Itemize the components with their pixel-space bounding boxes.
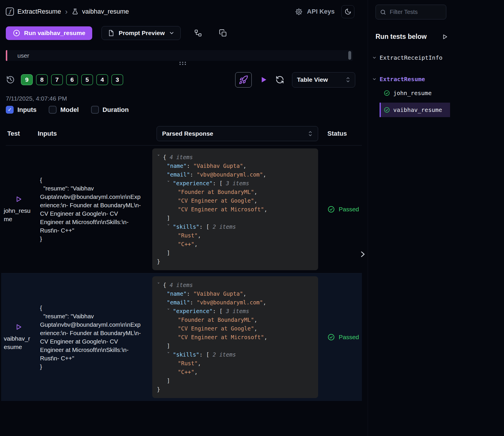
graph-view-button[interactable]: [194, 29, 202, 37]
parsed-response-block[interactable]: ˇ{ 4 items"name": "Vaibhav Gupta","email…: [152, 148, 318, 270]
api-keys-link[interactable]: API Keys: [307, 8, 335, 15]
check-circle-icon: [327, 333, 335, 341]
expand-panel-chevron[interactable]: [358, 249, 367, 260]
json-line: ]: [152, 376, 316, 385]
test-item-john_resume[interactable]: john_resume: [381, 86, 451, 100]
col-header-status: Status: [327, 130, 347, 137]
filter-input[interactable]: [390, 9, 442, 15]
check-circle-icon: [384, 90, 390, 96]
checkbox-checked-icon[interactable]: ✓: [6, 106, 14, 114]
flask-icon: [72, 8, 79, 15]
row-inputs-json: { "resume": "Vaibhav Gupta\nvbv@boundary…: [40, 304, 141, 371]
chevron-down-icon[interactable]: [372, 55, 377, 60]
json-line: ]: [152, 341, 316, 350]
history-icon[interactable]: [6, 75, 15, 84]
status-badge: Passed: [327, 206, 359, 213]
theme-toggle-button[interactable]: [341, 5, 354, 18]
app: ƒ ExtractResume › vaibhav_resume API Key…: [0, 0, 504, 436]
refresh-button[interactable]: [275, 75, 284, 84]
collapse-chevron-icon[interactable]: ˇ: [157, 281, 163, 289]
app-icon[interactable]: ƒ: [6, 8, 14, 16]
filter-checkbox-duration[interactable]: Duration: [91, 106, 129, 114]
json-line: ˇ{ 4 items: [152, 153, 316, 161]
breadcrumb: ƒ ExtractResume › vaibhav_resume: [6, 8, 129, 16]
collapse-chevron-icon[interactable]: ˇ: [157, 153, 163, 161]
chevron-down-icon[interactable]: [372, 77, 377, 81]
version-chip-8[interactable]: 8: [36, 74, 48, 85]
role-label: user: [17, 52, 29, 59]
scrollbar-thumb[interactable]: [348, 51, 351, 60]
collapse-chevron-icon[interactable]: ˇ: [167, 179, 173, 188]
collapse-chevron-icon[interactable]: ˇ: [167, 222, 173, 231]
parsed-response-block[interactable]: ˇ{ 4 items"name": "Vaibhav Gupta","email…: [152, 276, 318, 398]
prompt-preview-label: Prompt Preview: [119, 30, 165, 37]
version-chip-6[interactable]: 6: [66, 74, 78, 85]
breadcrumb-test: vaibhav_resume: [82, 8, 129, 15]
col-header-parsed: Parsed Response: [152, 126, 318, 141]
version-chip-7[interactable]: 7: [51, 74, 63, 85]
copy-icon: [219, 29, 227, 37]
run-all-button[interactable]: [260, 76, 268, 84]
prompt-preview-dropdown[interactable]: Prompt Preview: [101, 26, 181, 40]
run-test-button[interactable]: Run vaibhav_resume: [6, 26, 92, 40]
test-item-vaibhav_resume[interactable]: vaibhav_resume: [380, 103, 450, 117]
play-outline-icon: [15, 195, 22, 203]
play-circle-icon: [13, 29, 20, 37]
table-header: Test Inputs Parsed Response Status: [6, 126, 368, 141]
collapse-chevron-icon[interactable]: ˇ: [167, 307, 173, 315]
runbar-right-controls: Table View: [235, 72, 355, 88]
version-chip-5[interactable]: 5: [81, 74, 93, 85]
action-bar: Run vaibhav_resume Prompt Preview: [6, 26, 368, 40]
json-line: "Rust",: [152, 231, 316, 240]
filter-checkbox-model[interactable]: Model: [49, 106, 79, 114]
parsed-response-select[interactable]: Parsed Response: [157, 126, 318, 141]
check-circle-icon: [327, 206, 335, 213]
run-test-button-label: Run vaibhav_resume: [24, 30, 85, 37]
play-outline-icon: [442, 34, 448, 40]
copy-button[interactable]: [219, 29, 227, 37]
filter-tests-input[interactable]: [376, 5, 446, 19]
json-line: "Founder at BoundaryML",: [152, 188, 316, 196]
chevron-down-icon: [169, 30, 175, 36]
version-chip-3[interactable]: 3: [111, 74, 123, 85]
version-chip-9[interactable]: 9: [21, 74, 33, 85]
test-item-name: john_resume: [393, 90, 432, 97]
breadcrumb-app[interactable]: ExtractResume: [17, 8, 61, 15]
run-row-button[interactable]: [15, 323, 38, 331]
json-line: "CV Engineer at Google",: [152, 324, 316, 333]
breadcrumb-separator-icon: ›: [65, 8, 68, 15]
row-inputs-json: { "resume": "Vaibhav Gupta\nvbv@boundary…: [40, 176, 141, 243]
json-line: "name": "Vaibhav Gupta",: [152, 161, 316, 170]
checkbox-unchecked-icon[interactable]: [49, 106, 57, 114]
json-line: "email": "vbv@boundaryml.com",: [152, 170, 316, 179]
status-label: Passed: [339, 206, 359, 213]
refresh-icon: [275, 75, 284, 84]
user-message-bar[interactable]: user: [6, 50, 353, 61]
inputs-cell: { "resume": "Vaibhav Gupta\nvbv@boundary…: [38, 176, 152, 243]
test-row-vaibhav_resume[interactable]: vaibhav_resume { "resume": "Vaibhav Gupt…: [1, 273, 362, 401]
view-mode-select[interactable]: Table View: [292, 72, 355, 88]
filter-checkbox-inputs[interactable]: ✓Inputs: [6, 106, 37, 114]
checkbox-unchecked-icon[interactable]: [91, 106, 99, 114]
json-line: ˇ{ 4 items: [152, 281, 316, 289]
json-line: ]: [152, 248, 316, 257]
top-right-controls: API Keys: [295, 5, 354, 18]
run-row-button[interactable]: [15, 195, 38, 203]
parsed-cell: ˇ{ 4 items"name": "Vaibhav Gupta","email…: [152, 148, 318, 270]
json-line: ]: [152, 214, 316, 222]
collapse-chevron-icon[interactable]: ˇ: [167, 350, 173, 359]
drag-handle[interactable]: [177, 61, 188, 66]
test-group-header[interactable]: ExtractResume: [372, 75, 504, 83]
top-bar: ƒ ExtractResume › vaibhav_resume API Key…: [6, 0, 368, 19]
play-outline-icon: [15, 323, 22, 331]
test-group-header[interactable]: ExtractReceiptInfo: [372, 53, 504, 62]
deploy-button[interactable]: [235, 72, 252, 88]
checkbox-label: Model: [60, 106, 79, 114]
test-row-john_resume[interactable]: john_resume { "resume": "Vaibhav Gupta\n…: [6, 146, 362, 273]
version-chip-4[interactable]: 4: [96, 74, 108, 85]
json-line: ˇ"skills": [ 2 items: [152, 350, 316, 359]
test-cell: vaibhav_resume: [6, 323, 38, 351]
run-tests-below-button[interactable]: Run tests below: [376, 33, 448, 41]
json-line: ˇ"experience": [ 3 items: [152, 179, 316, 188]
gear-icon[interactable]: [295, 8, 303, 16]
